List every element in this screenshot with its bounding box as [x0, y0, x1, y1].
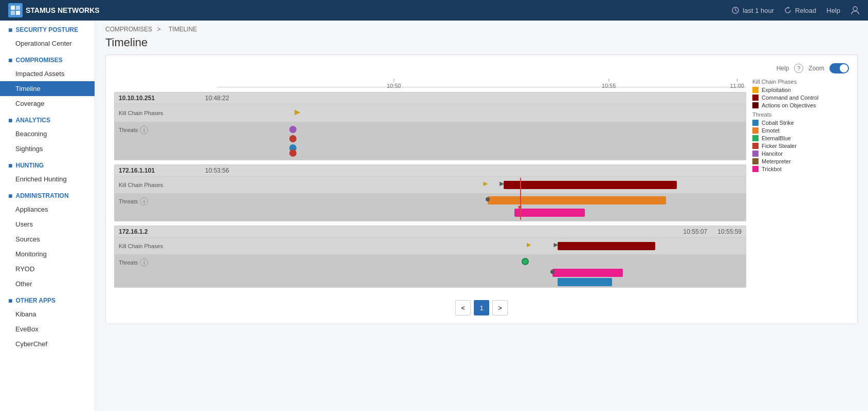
legend-exploitation: Exploitation [752, 87, 843, 93]
time-mark-1100: 11:00 [730, 79, 744, 89]
svg-rect-3 [16, 11, 20, 15]
kc-label-1: Kill Chain Phases [119, 110, 201, 116]
sidebar-item-sources[interactable]: Sources [0, 232, 95, 247]
dot-ficker2-1 [289, 150, 297, 157]
eternalblue-label: EternalBlue [762, 135, 791, 141]
sidebar-section-other-apps[interactable]: ■ OTHER APPS [0, 291, 95, 307]
host-header-3: 172.16.1.2 10:55:07 10:55:59 [115, 226, 746, 238]
kc-content-1: ► [201, 105, 742, 121]
sidebar-item-enriched-hunting[interactable]: Enriched Hunting [0, 172, 95, 186]
app-name: STAMUS NETWORKS [26, 6, 100, 14]
legend-hancitor: Hancitor [752, 151, 843, 157]
help-label[interactable]: Help [777, 65, 789, 72]
bar-cobalt-3 [558, 278, 612, 286]
kc-bar-darkred-2 [504, 181, 677, 189]
breadcrumb: COMPROMISES > TIMELINE [95, 21, 868, 36]
legend-aoo: Actions on Objectives [752, 102, 843, 108]
next-page-button[interactable]: > [492, 300, 508, 315]
sidebar-section-security-posture[interactable]: ■ SECURITY POSTURE [0, 21, 95, 36]
breadcrumb-separator: > [157, 26, 162, 33]
timeline-card: Help ? Zoom 1 [105, 54, 858, 324]
host-ip-2: 172.16.1.101 [119, 167, 201, 174]
host-kc-row-3: Kill Chain Phases ► ► [115, 238, 746, 254]
sidebar-item-beaconing[interactable]: Beaconing [0, 126, 95, 141]
cobalt-color [752, 120, 759, 126]
host-time-2: 10:53:56 [205, 167, 229, 174]
legend-emotet: Emotet [752, 127, 843, 134]
ficker-color [752, 143, 759, 149]
current-page-button[interactable]: 1 [474, 300, 489, 315]
sidebar-section-analytics[interactable]: ■ ANALYTICS [0, 111, 95, 126]
sidebar-section-administration[interactable]: ■ ADMINISTRATION [0, 186, 95, 202]
other-apps-icon: ■ [8, 296, 12, 305]
help-top-button[interactable]: Help [826, 7, 840, 14]
threats-label-3: Threats i [119, 255, 201, 267]
threats-content-3 [201, 255, 742, 286]
sidebar-item-ryod[interactable]: RYOD [0, 261, 95, 276]
legend-eternalblue: EternalBlue [752, 135, 843, 141]
prev-page-button[interactable]: < [455, 300, 471, 315]
sidebar-item-other[interactable]: Other [0, 276, 95, 291]
breadcrumb-parent[interactable]: COMPROMISES [105, 26, 152, 33]
sidebar-item-coverage[interactable]: Coverage [0, 96, 95, 111]
sidebar-item-evebox[interactable]: EveBox [0, 322, 95, 337]
help-question-icon[interactable]: ? [794, 64, 803, 73]
page-title: Timeline [95, 36, 868, 54]
sidebar-item-impacted-assets[interactable]: Impacted Assets [0, 66, 95, 81]
kc-label-3: Kill Chain Phases [119, 243, 201, 249]
zoom-label: Zoom [808, 65, 824, 72]
legend-ficker-stealer: Ficker Stealer [752, 143, 843, 149]
sidebar-item-timeline[interactable]: Timeline [0, 81, 95, 96]
administration-icon: ■ [8, 192, 12, 200]
sidebar-item-sightings[interactable]: Sightings [0, 141, 95, 156]
timeline-wrapper: Help ? Zoom 1 [95, 54, 868, 411]
emotet-color [752, 127, 759, 134]
sidebar-item-cyberchef[interactable]: CyberChef [0, 337, 95, 351]
aoo-color [752, 102, 759, 108]
host-threats-row-1: Threats i [115, 122, 746, 160]
threats-content-1 [201, 123, 742, 159]
pagination: < 1 > [114, 300, 849, 315]
sidebar-item-users[interactable]: Users [0, 217, 95, 232]
kc-content-2: ► ► [201, 178, 742, 192]
topbar-right: last 1 hour Reload Help [732, 6, 860, 15]
analytics-icon: ■ [8, 116, 12, 124]
host-header-2: 172.16.1.101 10:53:56 [115, 165, 746, 177]
host-time-3a: 10:55:07 [684, 228, 708, 235]
time-mark-1050: 10:50 [387, 79, 401, 89]
zoom-toggle[interactable] [829, 63, 849, 73]
threats-info-3[interactable]: i [140, 258, 148, 267]
legend-trickbot: Trickbot [752, 166, 843, 172]
sidebar-item-monitoring[interactable]: Monitoring [0, 247, 95, 261]
dot-orange-start-2 [486, 197, 490, 201]
sidebar-section-compromises[interactable]: ■ COMPROMISES [0, 51, 95, 66]
host-ip-1: 10.10.10.251 [119, 95, 201, 102]
threats-info-1[interactable]: i [140, 126, 148, 134]
svg-rect-1 [16, 6, 20, 10]
hancitor-label: Hancitor [762, 151, 783, 157]
time-filter[interactable]: last 1 hour [732, 7, 774, 14]
meterpreter-label: Meterpreter [762, 158, 791, 164]
exploitation-color [752, 87, 759, 93]
user-icon[interactable] [851, 6, 860, 15]
aoo-label: Actions on Objectives [762, 102, 816, 108]
dot-hancitor-1 [289, 126, 297, 133]
svg-point-7 [853, 7, 857, 11]
threats-info-2[interactable]: i [140, 197, 148, 206]
host-threats-row-2: Threats i [115, 193, 746, 221]
reload-button[interactable]: Reload [784, 7, 816, 14]
topbar: STAMUS NETWORKS last 1 hour Reload Help [0, 0, 868, 21]
vertical-line-2b [520, 194, 521, 220]
bar-trickbot-2 [514, 209, 585, 217]
trickbot-color [752, 166, 759, 172]
sidebar-item-kibana[interactable]: Kibana [0, 307, 95, 322]
c2-label: Command and Control [762, 95, 819, 101]
host-section-2: 172.16.1.101 10:53:56 Kill Chain Phases [114, 164, 746, 221]
sidebar-item-appliances[interactable]: Appliances [0, 202, 95, 217]
main-content: COMPROMISES > TIMELINE Timeline Help ? Z… [95, 21, 868, 411]
threats-content-2: ▼ [201, 194, 742, 220]
sidebar-section-hunting[interactable]: ■ HUNTING [0, 156, 95, 172]
sidebar-item-operational-center[interactable]: Operational Center [0, 36, 95, 51]
svg-rect-0 [11, 6, 15, 10]
ficker-label: Ficker Stealer [762, 143, 797, 149]
